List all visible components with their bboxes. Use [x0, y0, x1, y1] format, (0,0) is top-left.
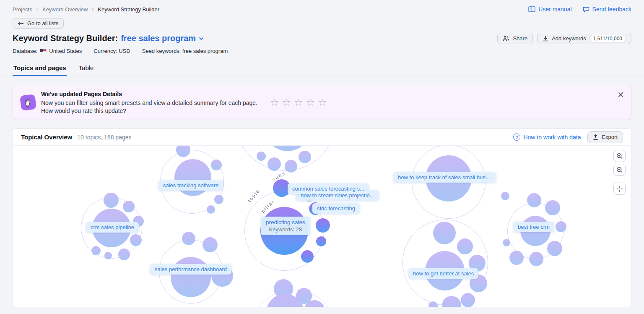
share-label: Share — [513, 35, 527, 42]
breadcrumb: Projects › Keyword Overview › Keyword St… — [13, 6, 159, 13]
add-keywords-button[interactable]: Add keywords 1,611/10,000 — [537, 33, 631, 44]
bubble-canvas[interactable]: topicpillarsubspredicting salesKeywords:… — [13, 146, 631, 307]
zoom-out-button[interactable] — [613, 164, 626, 176]
star-icon[interactable]: ☆ — [318, 97, 327, 107]
star-icon[interactable]: ☆ — [294, 97, 303, 107]
topic-label[interactable]: crm sales pipeline — [86, 222, 139, 233]
us-flag-icon — [40, 49, 47, 53]
topic-bubble[interactable] — [130, 234, 142, 246]
topic-bubble[interactable] — [211, 160, 222, 170]
keyword-tooltip-title: predicting sales — [266, 219, 305, 225]
panel-summary: 10 topics, 168 pages — [77, 134, 131, 141]
topic-label[interactable]: common sales forecasting s... — [288, 183, 369, 194]
reset-view-button[interactable] — [613, 183, 626, 195]
topic-bubble[interactable] — [299, 151, 311, 163]
star-icon[interactable]: ☆ — [282, 97, 291, 107]
close-icon[interactable] — [618, 92, 623, 97]
user-manual-label: User manual — [538, 6, 571, 13]
topic-label[interactable]: sales performance dashboard — [150, 264, 231, 275]
topic-bubble[interactable] — [457, 238, 473, 254]
go-to-all-lists-button[interactable]: Go to all lists — [13, 18, 64, 29]
export-label: Export — [602, 134, 618, 140]
how-to-work-with-data-link[interactable]: ? How to work with data — [513, 133, 581, 141]
share-button[interactable]: Share — [497, 33, 533, 44]
arrow-left-icon — [18, 21, 24, 26]
database-label: Database: — [13, 48, 37, 54]
breadcrumb-projects[interactable]: Projects — [13, 6, 32, 13]
banner-line2: How would you rate this update? — [41, 107, 126, 114]
topic-bubble[interactable] — [118, 249, 130, 260]
go-to-all-lists-label: Go to all lists — [27, 20, 58, 26]
banner-title: We've updated Pages Details — [41, 90, 257, 98]
topic-bubble[interactable] — [433, 222, 456, 244]
share-people-icon — [503, 36, 509, 41]
send-feedback-link[interactable]: Send feedback — [583, 6, 631, 13]
star-icon[interactable]: ☆ — [270, 97, 279, 107]
export-button[interactable]: Export — [587, 131, 623, 143]
waving-hand-icon — [20, 94, 36, 111]
topic-bubble[interactable] — [104, 252, 112, 259]
topic-bubble[interactable] — [214, 195, 223, 204]
tab-topics-and-pages[interactable]: Topics and pages — [13, 63, 67, 76]
topic-label[interactable]: sales tracking software — [158, 180, 223, 191]
topic-bubble[interactable] — [104, 193, 119, 208]
keyword-tooltip-count: Keywords: 28 — [266, 226, 305, 233]
topic-bubble[interactable] — [257, 152, 266, 161]
top-bar: Projects › Keyword Overview › Keyword St… — [0, 6, 644, 13]
topic-bubble[interactable] — [316, 218, 330, 233]
add-keywords-label: Add keywords — [552, 35, 586, 42]
topic-bubble[interactable] — [461, 293, 475, 307]
help-link-label: How to work with data — [523, 134, 581, 141]
topic-bubble[interactable] — [545, 200, 560, 215]
breadcrumb-keyword-overview[interactable]: Keyword Overview — [42, 6, 88, 13]
topic-bubble[interactable] — [203, 237, 218, 252]
topic-bubble[interactable] — [529, 252, 543, 266]
breadcrumb-separator: › — [92, 6, 93, 12]
chevron-down-icon[interactable] — [199, 37, 204, 40]
user-manual-link[interactable]: User manual — [528, 6, 571, 13]
topic-bubble[interactable] — [267, 157, 281, 171]
export-icon — [593, 134, 598, 140]
topic-bubble[interactable] — [301, 250, 314, 263]
topic-label[interactable]: how to keep track of sales small busi... — [393, 172, 496, 183]
keyword-tooltip[interactable]: predicting salesKeywords: 28 — [261, 217, 310, 235]
topic-bubble[interactable] — [556, 221, 566, 232]
page-title: Keyword Strategy Builder: free sales pro… — [13, 34, 204, 43]
topic-bubble[interactable] — [285, 160, 297, 173]
banner-line1: Now you can filter using smart presets a… — [41, 99, 257, 106]
update-banner: We've updated Pages Details Now you can … — [13, 85, 631, 120]
topic-bubble[interactable] — [503, 239, 510, 246]
breadcrumb-current: Keyword Strategy Builder — [98, 6, 159, 13]
breadcrumb-separator: › — [36, 6, 38, 12]
question-circle-icon: ? — [513, 133, 520, 141]
topic-bubble[interactable] — [182, 232, 195, 245]
page-title-static: Keyword Strategy Builder: — [13, 34, 118, 43]
panel-title: Topical Overview — [21, 133, 72, 141]
book-icon — [528, 6, 535, 13]
topic-bubble[interactable] — [501, 192, 509, 200]
tab-table[interactable]: Table — [78, 63, 95, 76]
import-icon — [543, 36, 548, 42]
topic-bubble[interactable] — [316, 236, 326, 246]
topic-bubble[interactable] — [527, 193, 541, 207]
currency-value: Currency: USD — [93, 48, 130, 54]
topic-label[interactable]: best free crm — [513, 222, 554, 232]
star-icon[interactable]: ☆ — [306, 97, 315, 107]
topic-bubble[interactable] — [171, 257, 211, 297]
send-feedback-label: Send feedback — [592, 6, 631, 13]
database-value: United States — [49, 48, 82, 54]
seed-keywords-value: Seed keywords: free sales program — [142, 48, 228, 54]
rating-stars: ☆☆☆☆☆ — [270, 97, 327, 107]
topic-bubble[interactable] — [123, 201, 135, 212]
list-name-dropdown[interactable]: free sales program — [121, 34, 196, 43]
zoom-in-button[interactable] — [613, 150, 626, 162]
topic-label[interactable]: how to get better at sales — [408, 268, 478, 279]
tab-bar: Topics and pages Table — [0, 63, 644, 76]
keyword-limit-badge: 1,611/10,000 — [589, 35, 626, 42]
topic-bubble[interactable] — [547, 241, 562, 256]
topic-bubble[interactable] — [91, 246, 101, 255]
topic-label[interactable]: sfdc forecasting — [312, 203, 360, 214]
list-meta: Database: United States Currency: USD Se… — [0, 48, 644, 54]
topic-bubble[interactable] — [207, 205, 215, 214]
topic-bubble[interactable] — [509, 251, 524, 265]
